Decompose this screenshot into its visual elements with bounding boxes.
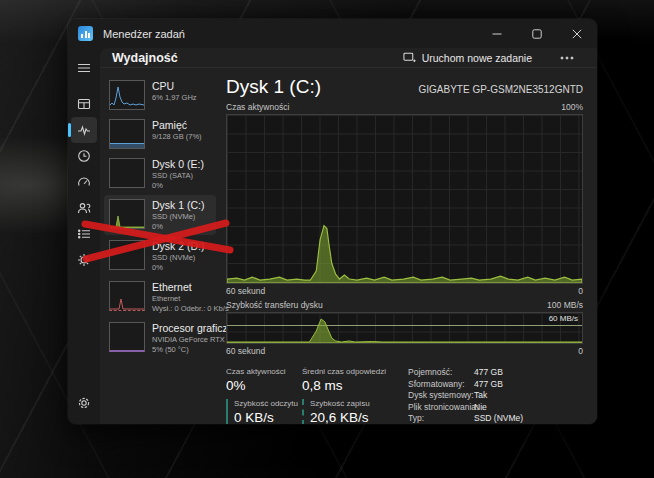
- sidebar-item-disk2[interactable]: Dysk 2 (D:) SSD (NVMe) 0%: [104, 236, 216, 276]
- sidebar-item-cpu[interactable]: CPU 6% 1,97 GHz: [104, 76, 216, 114]
- minimize-button[interactable]: [477, 19, 517, 48]
- activity-x-right: 0: [578, 286, 583, 296]
- task-manager-logo-icon: [78, 26, 93, 41]
- new-task-icon: [403, 51, 416, 64]
- fact-label: Typ:: [408, 413, 474, 424]
- response-time-stat: Średni czas odpowiedzi 0,8 ms: [302, 367, 394, 394]
- stat-value: 0 KB/s: [234, 409, 296, 424]
- fact-label: Sformatowany:: [408, 379, 474, 391]
- fact-value: Tak: [474, 390, 487, 402]
- stat-value: 0%: [226, 377, 296, 394]
- sidebar-item-memory[interactable]: Pamięć 9/128 GB (7%): [104, 115, 216, 153]
- nav-users-icon[interactable]: [71, 195, 97, 221]
- nav-details-icon[interactable]: [71, 221, 97, 247]
- ethernet-minichart: [109, 281, 145, 311]
- fact-label: Plik stronicowania:: [408, 402, 474, 414]
- item-title: Dysk 1 (C:): [152, 199, 205, 212]
- detail-title: Dysk 1 (C:): [226, 76, 321, 98]
- item-title: Ethernet: [152, 281, 211, 294]
- gpu-minichart: [109, 322, 145, 352]
- window-title: Menedżer zadań: [103, 28, 185, 40]
- item-sub2: Wysł.: 0 Odebr.: 0 Kb/s: [152, 304, 211, 314]
- read-speed-stat: Szybkość odczytu 0 KB/s: [226, 399, 296, 424]
- item-title: Procesor graficzny: [152, 322, 211, 335]
- stat-value: 20,6 KB/s: [310, 409, 394, 424]
- titlebar: Menedżer zadań: [68, 19, 597, 48]
- item-title: Dysk 2 (D:): [152, 240, 205, 253]
- maximize-button[interactable]: [517, 19, 557, 48]
- selected-indicator: [68, 123, 71, 137]
- stat-label: Szybkość odczytu: [234, 399, 296, 409]
- nav-processes-icon[interactable]: [71, 91, 97, 117]
- sidebar-item-gpu[interactable]: Procesor graficzny NVIDIA GeForce RTX 30…: [104, 318, 216, 358]
- item-sub2: 0%: [152, 222, 205, 232]
- transfer-chart-max: 100 MB/s: [547, 300, 583, 310]
- stat-value: 0,8 ms: [302, 377, 394, 394]
- item-sub: Ethernet: [152, 294, 211, 304]
- run-new-task-label: Uruchom nowe zadanie: [422, 52, 532, 64]
- transfer-chart-label: Szybkość transferu dysku: [226, 300, 323, 310]
- content-panel: Wydajność Uruchom nowe zadanie: [100, 48, 597, 424]
- nav-performance-icon[interactable]: [71, 117, 97, 143]
- disk1-minichart: [109, 199, 145, 229]
- task-manager-window: Menedżer zadań: [68, 19, 597, 424]
- run-new-task-button[interactable]: Uruchom nowe zadanie: [396, 48, 539, 67]
- menu-hamburger-icon[interactable]: [71, 55, 97, 81]
- item-sub2: 5% (50 °C): [152, 345, 211, 355]
- item-sub2: 0%: [152, 181, 204, 191]
- item-title: Pamięć: [152, 119, 202, 132]
- page-title: Wydajność: [112, 51, 178, 65]
- item-sub: SSD (NVMe): [152, 212, 205, 222]
- performance-sidebar-list: CPU 6% 1,97 GHz Pamięć 9/128 GB (7%): [100, 74, 218, 424]
- disk0-minichart: [109, 158, 145, 188]
- item-sub: SSD (SATA): [152, 171, 204, 181]
- item-sub: 9/128 GB (7%): [152, 132, 202, 142]
- memory-minichart: [109, 119, 145, 149]
- disk2-minichart: [109, 240, 145, 270]
- cpu-minichart: [109, 80, 145, 110]
- item-sub2: 0%: [152, 263, 205, 273]
- fact-value: SSD (NVMe): [474, 413, 523, 424]
- navigation-rail: [68, 48, 100, 424]
- item-title: Dysk 0 (E:): [152, 158, 204, 171]
- nav-startup-apps-icon[interactable]: [71, 169, 97, 195]
- write-speed-stat: Szybkość zapisu 20,6 KB/s: [302, 399, 394, 424]
- item-sub: NVIDIA GeForce RTX 306: [152, 335, 211, 345]
- disk-facts: Pojemność:477 GB Sformatowany:477 GB Dys…: [408, 367, 523, 424]
- activity-chart-max: 100%: [561, 102, 583, 112]
- item-sub: 6% 1,97 GHz: [152, 93, 197, 103]
- item-sub: SSD (NVMe): [152, 253, 205, 263]
- nav-app-history-icon[interactable]: [71, 143, 97, 169]
- sidebar-item-ethernet[interactable]: Ethernet Ethernet Wysł.: 0 Odebr.: 0 Kb/…: [104, 277, 216, 317]
- transfer-x-left: 60 sekund: [226, 346, 265, 356]
- active-time-stat: Czas aktywności 0%: [226, 367, 296, 394]
- fact-value: 477 GB: [474, 379, 503, 391]
- item-title: CPU: [152, 80, 197, 93]
- nav-services-icon[interactable]: [71, 247, 97, 273]
- close-button[interactable]: [557, 19, 597, 48]
- stat-label: Szybkość zapisu: [310, 399, 394, 409]
- sidebar-item-disk1[interactable]: Dysk 1 (C:) SSD (NVMe) 0%: [104, 195, 216, 235]
- disk-detail-pane: Dysk 1 (C:) GIGABYTE GP-GSM2NE3512GNTD C…: [218, 74, 597, 424]
- more-options-button[interactable]: [547, 54, 587, 62]
- device-name: GIGABYTE GP-GSM2NE3512GNTD: [419, 84, 584, 95]
- content-header: Wydajność Uruchom nowe zadanie: [100, 48, 597, 68]
- sidebar-item-disk0[interactable]: Dysk 0 (E:) SSD (SATA) 0%: [104, 154, 216, 194]
- stat-label: Czas aktywności: [226, 367, 296, 377]
- fact-value: Nie: [474, 402, 487, 414]
- fact-label: Dysk systemowy:: [408, 390, 474, 402]
- activity-chart-label: Czas aktywności: [226, 102, 289, 112]
- activity-x-left: 60 sekund: [226, 286, 265, 296]
- fact-label: Pojemność:: [408, 367, 474, 379]
- transfer-rate-chart: 60 MB/s: [226, 312, 583, 344]
- stat-label: Średni czas odpowiedzi: [302, 367, 394, 377]
- fact-value: 477 GB: [474, 367, 503, 379]
- settings-gear-icon[interactable]: [71, 390, 97, 416]
- transfer-x-right: 0: [578, 346, 583, 356]
- active-time-chart: [226, 114, 583, 284]
